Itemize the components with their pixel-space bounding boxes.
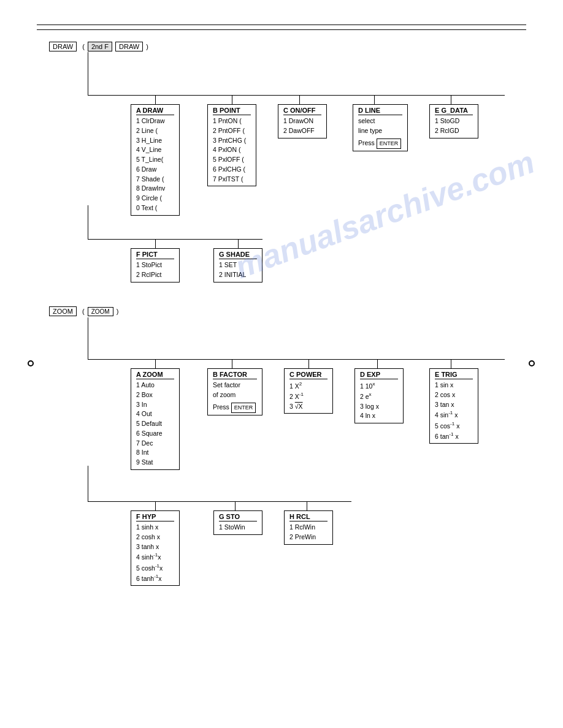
draw-enter-key: ENTER bbox=[377, 138, 402, 150]
zoom-menu-c-title: C POWER bbox=[289, 371, 327, 379]
zoom-menu-h-item1: 1 RclWin bbox=[289, 523, 327, 533]
zoom-main-key: ZOOM bbox=[49, 306, 77, 316]
draw-menu-d-linetype: line type bbox=[358, 126, 402, 136]
zoom-menu-a-item9: 9 Stat bbox=[136, 458, 174, 468]
draw-menu-a-item0: 0 Text ( bbox=[136, 203, 174, 213]
draw-draw-key: DRAW bbox=[115, 42, 143, 51]
zoom-menu-a-title: A ZOOM bbox=[136, 371, 174, 379]
draw-menu-a-item3: 3 H_Line bbox=[136, 136, 174, 146]
zoom-menu-a-item7: 7 Dec bbox=[136, 439, 174, 449]
zoom-menu-d-item3: 3 log x bbox=[360, 402, 398, 412]
draw-menu-d-select: select bbox=[358, 116, 402, 126]
draw-menu-b-item3: 3 PntCHG ( bbox=[213, 136, 251, 146]
draw-menu-a-item6: 6 Draw bbox=[136, 165, 174, 175]
zoom-menu-e-item4: 4 sin-1 x bbox=[435, 409, 473, 420]
zoom-d-vline bbox=[377, 359, 378, 368]
zoom-menu-e-item3: 3 tan x bbox=[435, 400, 473, 410]
zoom-menu-a-item3: 3 In bbox=[136, 400, 174, 410]
zoom-menu-g-title: G STO bbox=[219, 513, 257, 521]
draw-menu-a-item4: 4 V_Line bbox=[136, 145, 174, 155]
zoom-menu-e-item6: 6 tan-1 x bbox=[435, 431, 473, 441]
zoom-menu-e-title: E TRIG bbox=[435, 371, 473, 379]
draw-menu-e-item1: 1 StoGD bbox=[435, 116, 473, 126]
zoom-menu-d: D EXP 1 10x 2 ex 3 log x 4 ln x bbox=[354, 368, 404, 423]
draw-menu-a-item2: 2 Line ( bbox=[136, 126, 174, 136]
zoom-menu-h-title: H RCL bbox=[289, 513, 327, 521]
draw-menu-b-item5: 5 PxlOFF ( bbox=[213, 155, 251, 165]
zoom-menu-f-item5: 5 cosh-1x bbox=[136, 563, 174, 573]
draw-e-vline bbox=[451, 95, 451, 104]
left-binding-post-top bbox=[28, 360, 34, 366]
zoom-menu-a: A ZOOM 1 Auto 2 Box 3 In 4 Out 5 Default… bbox=[131, 368, 180, 470]
zoom-menu-c-item1: 1 X2 bbox=[289, 381, 327, 391]
zoom-zoom-key: ZOOM bbox=[88, 307, 113, 316]
draw-menu-a-item7: 7 Shade ( bbox=[136, 175, 174, 184]
zoom-menu-d-item1: 1 10x bbox=[360, 381, 398, 391]
draw-main-vline bbox=[88, 52, 88, 95]
top-rule bbox=[37, 25, 526, 25]
zoom-menu-c-item2: 2 X-1 bbox=[289, 391, 327, 401]
draw-menu-g-title: G SHADE bbox=[219, 251, 257, 259]
draw-menu-e-title: E G_DATA bbox=[435, 107, 473, 115]
draw-menu-a-item9: 9 Circle ( bbox=[136, 194, 174, 203]
draw-menu-d-title: D LINE bbox=[358, 107, 402, 115]
zoom-menu-g-item1: 1 StoWin bbox=[219, 523, 257, 533]
zoom-menu-f-item2: 2 cosh x bbox=[136, 533, 174, 542]
zoom-menu-h: H RCL 1 RclWin 2 PreWin bbox=[284, 510, 333, 545]
zoom-menu-h-item2: 2 PreWin bbox=[289, 533, 327, 542]
zoom-menu-a-item2: 2 Box bbox=[136, 390, 174, 400]
draw-f-vline bbox=[155, 239, 156, 248]
zoom-menu-d-title: D EXP bbox=[360, 371, 398, 379]
draw-menu-c: C ON/OFF 1 DrawON 2 DawOFF bbox=[278, 104, 327, 138]
draw-c-vline bbox=[299, 95, 300, 104]
zoom-menu-d-item2: 2 ex bbox=[360, 391, 398, 401]
draw-menu-b-item4: 4 PxlON ( bbox=[213, 145, 251, 155]
zoom-menu-b-setfactor: Set factor bbox=[213, 381, 257, 390]
second-rule bbox=[37, 29, 526, 30]
zoom-main-vline bbox=[88, 317, 88, 359]
draw-row2-vline bbox=[88, 205, 88, 239]
draw-menu-f-title: F PICT bbox=[136, 251, 174, 259]
zoom-menu-f-item1: 1 sinh x bbox=[136, 523, 174, 533]
zoom-menu-c-item3: 3 √X bbox=[289, 402, 327, 412]
draw-g-vline bbox=[238, 239, 239, 248]
draw-menu-f-item1: 1 StoPict bbox=[136, 260, 174, 270]
draw-menu-a-item1: 1 ClrDraw bbox=[136, 116, 174, 126]
zoom-header: ZOOM ( ZOOM ) bbox=[49, 306, 118, 316]
zoom-g-vline bbox=[235, 501, 236, 510]
draw-menu-a-title: A DRAW bbox=[136, 107, 174, 115]
draw-row2-hline bbox=[88, 239, 262, 240]
draw-menu-g-item1: 1 SET bbox=[219, 260, 257, 270]
draw-header: DRAW ( 2nd F DRAW ) bbox=[49, 42, 148, 51]
draw-menu-e-item2: 2 RclGD bbox=[435, 126, 473, 136]
draw-b-vline bbox=[232, 95, 232, 104]
zoom-menu-e-item1: 1 sin x bbox=[435, 381, 473, 390]
draw-menu-c-item1: 1 DrawON bbox=[283, 116, 321, 126]
zoom-row2-hline bbox=[88, 501, 351, 502]
draw-menu-b-item7: 7 PxlTST ( bbox=[213, 175, 251, 184]
draw-menu-g: G SHADE 1 SET 2 INITIAL bbox=[213, 248, 262, 282]
zoom-menu-f-item3: 3 tanh x bbox=[136, 542, 174, 552]
draw-2ndf-key: 2nd F bbox=[88, 42, 112, 51]
draw-menu-d-press: Press ENTER bbox=[358, 138, 402, 150]
zoom-menu-f-title: F HYP bbox=[136, 513, 174, 521]
draw-menu-a: A DRAW 1 ClrDraw 2 Line ( 3 H_Line 4 V_L… bbox=[131, 104, 180, 216]
right-binding-post-top bbox=[529, 360, 535, 366]
draw-menu-f: F PICT 1 StoPict 2 RclPict bbox=[131, 248, 180, 282]
zoom-menu-a-item1: 1 Auto bbox=[136, 381, 174, 390]
draw-menu-e: E G_DATA 1 StoGD 2 RclGD bbox=[429, 104, 478, 138]
zoom-menu-f: F HYP 1 sinh x 2 cosh x 3 tanh x 4 sinh-… bbox=[131, 510, 180, 586]
zoom-menu-g: G STO 1 StoWin bbox=[213, 510, 262, 535]
zoom-menu-d-item4: 4 ln x bbox=[360, 411, 398, 421]
draw-menu-b-item6: 6 PxlCHG ( bbox=[213, 165, 251, 175]
watermark: manualsarchive.com bbox=[230, 143, 539, 286]
zoom-e-vline bbox=[451, 359, 451, 368]
zoom-h-vline bbox=[307, 501, 307, 510]
zoom-menu-e-item5: 5 cos-1 x bbox=[435, 420, 473, 431]
draw-main-key: DRAW bbox=[49, 42, 77, 51]
draw-menu-b-title: B POINT bbox=[213, 107, 251, 115]
zoom-c-vline bbox=[308, 359, 309, 368]
draw-d-vline bbox=[374, 95, 375, 104]
draw-menu-c-item2: 2 DawOFF bbox=[283, 126, 321, 136]
draw-menu-c-title: C ON/OFF bbox=[283, 107, 321, 115]
